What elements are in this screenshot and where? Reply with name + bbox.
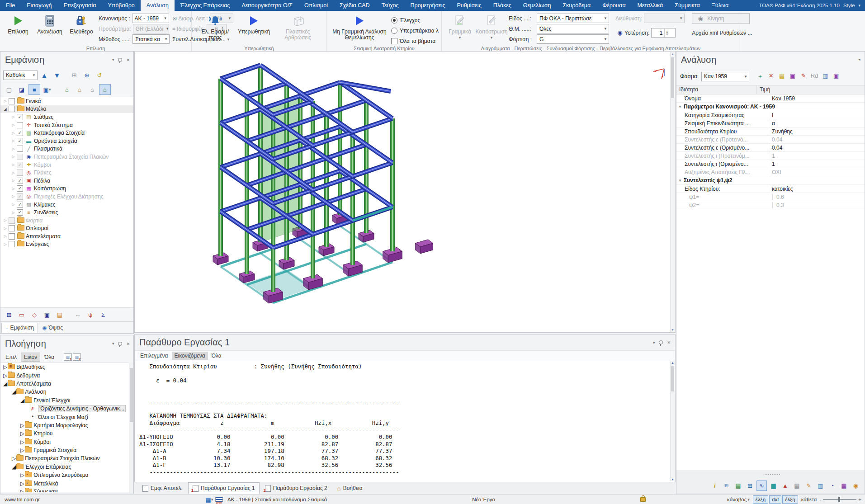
free-button[interactable]: Ελεύθερο bbox=[67, 12, 96, 44]
display-tree-item[interactable]: ▷Αποτελέσματα bbox=[0, 232, 133, 240]
display-tree-item[interactable]: ▷✓▬Οριζόντια Στοιχεία bbox=[0, 137, 133, 145]
expander-icon[interactable]: ▷ bbox=[2, 234, 8, 238]
property-row[interactable]: Συντελεστής ε (Προτεινό...0.04 bbox=[676, 136, 865, 144]
property-value[interactable]: 1 bbox=[768, 161, 779, 167]
navigation-tree-item[interactable]: F'Οριζόντιες Δυνάμεις - Ορθογωνικ... bbox=[0, 405, 133, 413]
expander-icon[interactable]: ▼ bbox=[678, 179, 682, 183]
expander-icon[interactable]: ▷ bbox=[3, 364, 7, 370]
display-tree-item[interactable]: ◢Μοντέλο bbox=[0, 105, 133, 113]
navigation-tree-item[interactable]: ▷Κόμβοι bbox=[0, 438, 133, 446]
console-tab-Επιλεγμένα[interactable]: Επιλεγμένα bbox=[137, 352, 171, 360]
item-checkbox[interactable] bbox=[9, 241, 15, 247]
edit-icon[interactable]: ✎ bbox=[799, 72, 808, 80]
lock-icon[interactable] bbox=[640, 497, 646, 502]
model-viewport[interactable]: ▲▼ bbox=[134, 51, 676, 333]
grid-table-icon[interactable]: ▦▾ bbox=[203, 495, 215, 504]
expander-icon[interactable]: ▷ bbox=[2, 218, 8, 222]
property-row[interactable]: Σπουδαιότητα ΚτιρίουΣυνήθης bbox=[676, 127, 865, 136]
menu-item-17[interactable]: Μεταλλικά bbox=[632, 0, 669, 11]
item-checkbox[interactable] bbox=[17, 154, 23, 160]
zoom-previous-icon[interactable]: ↺ bbox=[94, 70, 105, 80]
expander-icon[interactable]: ▷ bbox=[10, 171, 16, 175]
menu-item-6[interactable]: Έλεγχος Επάρκειας bbox=[175, 0, 236, 11]
item-checkbox[interactable]: ✓ bbox=[17, 114, 23, 120]
scope-combo[interactable]: Καθολικ▼ bbox=[3, 71, 38, 80]
pin-icon[interactable] bbox=[659, 340, 663, 344]
house-shaded-icon[interactable]: ⌂ bbox=[86, 84, 98, 95]
item-checkbox[interactable]: ✓ bbox=[17, 202, 23, 208]
display-tree-item[interactable]: ▷✓▦Κοιτόστρωση bbox=[0, 185, 133, 193]
level-down-icon[interactable]: ▼ bbox=[51, 70, 63, 80]
expander-icon[interactable]: ▷ bbox=[10, 123, 16, 127]
property-row[interactable]: Συντελεστής ε (Ορισμένο...0.04 bbox=[676, 144, 865, 152]
style-menu[interactable]: Style bbox=[843, 3, 855, 8]
solve-button[interactable]: Επίλυση bbox=[4, 12, 33, 44]
report-doc-icon[interactable]: ▤ bbox=[792, 480, 802, 491]
property-row[interactable]: ΌνομαΚαν.1959 bbox=[676, 94, 865, 103]
hidden-line-view-icon[interactable]: ◪ bbox=[16, 84, 28, 95]
house-back-icon[interactable]: ⌂ bbox=[74, 84, 85, 95]
work-window-2-icon[interactable]: ▤2 bbox=[73, 353, 81, 361]
expander-icon[interactable]: ◢ bbox=[12, 464, 16, 470]
property-row[interactable]: Συντελεστής i (Ορισμένο...1 bbox=[676, 160, 865, 168]
display-tree-item[interactable]: ▷✓✚Κόμβοι bbox=[0, 161, 133, 169]
expander-icon[interactable]: ▷ bbox=[10, 163, 16, 167]
panel-menu-icon[interactable]: ▾ bbox=[653, 340, 655, 345]
export-sheet-icon[interactable]: ▤ bbox=[733, 480, 743, 491]
applicability-check-button[interactable]: Ελ. Εφαρμ/τητας bbox=[195, 12, 235, 44]
display-tree-item[interactable]: ▷Ενέργειες bbox=[0, 240, 133, 249]
expander-icon[interactable]: ◢ bbox=[2, 107, 8, 111]
tab-Εμφάνιση[interactable]: ≡Εμφάνιση bbox=[1, 323, 38, 333]
menu-item-18[interactable]: Σύμμεικτα bbox=[669, 0, 706, 11]
expander-icon[interactable]: ▷ bbox=[10, 211, 16, 215]
copy-icon[interactable]: ▥ bbox=[821, 72, 830, 80]
expander-icon[interactable]: ▷ bbox=[3, 372, 7, 379]
property-row[interactable]: Αυξημένες Απαιτήσεις Πλ...ΟΧΙ bbox=[676, 168, 865, 176]
zoom-minus-button[interactable]: - bbox=[819, 497, 821, 502]
polygon-selection-icon[interactable]: ◇ bbox=[28, 309, 40, 320]
menu-item-19[interactable]: Ξύλινα bbox=[706, 0, 734, 11]
workspace-tab[interactable]: Εμφ. Αποτελ. bbox=[138, 482, 187, 494]
display-tree-item[interactable]: ▷╱Πλασματικά bbox=[0, 145, 133, 153]
psi-factors-icon[interactable]: ψ bbox=[85, 309, 96, 320]
check-radio[interactable]: Έλεγχος bbox=[391, 15, 439, 25]
expander-icon[interactable]: ▷ bbox=[2, 99, 8, 103]
expander-icon[interactable]: ◢ bbox=[12, 389, 16, 395]
insert-table-icon[interactable]: ⊞ bbox=[745, 480, 755, 491]
property-row[interactable]: Είδος Κτηρίου:κατοικίες bbox=[676, 185, 865, 193]
all-steps-checkbox[interactable]: Όλα τα βήματα bbox=[391, 36, 439, 46]
pin-icon[interactable] bbox=[118, 342, 122, 346]
expander-icon[interactable]: ▷ bbox=[10, 139, 16, 143]
solid-view-icon[interactable]: ■ bbox=[28, 84, 40, 95]
navigation-tree-item[interactable]: ▷Πεπερασμένα Στοιχεία Πλακών bbox=[0, 454, 133, 462]
display-tree-item[interactable]: ▷✓▥Κατακόρυφα Στοιχεία bbox=[0, 129, 133, 137]
section-flag-icon[interactable]: ▲ bbox=[780, 480, 790, 491]
console-tab-Εικονιζόμενα[interactable]: Εικονιζόμενα bbox=[172, 352, 208, 360]
workspace-tab[interactable]: ⌂Βοήθεια bbox=[333, 482, 367, 494]
expander-icon[interactable]: ▷ bbox=[12, 455, 16, 462]
property-group[interactable]: ▼Παράμετροι Κανονισμού: ΑΚ - 1959 bbox=[676, 103, 865, 111]
item-checkbox[interactable]: ✓ bbox=[17, 193, 23, 200]
display-tree-item[interactable]: ▷✓▤Στάθμες bbox=[0, 113, 133, 121]
hysteresis-spinner[interactable]: 1▲▼ bbox=[651, 28, 676, 38]
properties-icon[interactable]: ▤ bbox=[54, 309, 66, 320]
add-selection-icon[interactable]: ⊞ bbox=[3, 309, 15, 320]
response-chart-icon[interactable]: ∿ bbox=[756, 480, 767, 491]
grid-snap-label[interactable]: κάναβος bbox=[727, 497, 747, 502]
pick-selection-icon[interactable]: ▣ bbox=[41, 309, 53, 320]
menu-item-1[interactable]: File bbox=[0, 0, 21, 11]
display-tree-item[interactable]: ▷✓◎Περιοχές Ελέγχου Διάτρησης bbox=[0, 193, 133, 201]
zoom-plus-button[interactable]: + bbox=[858, 497, 861, 502]
navigation-tree-item[interactable]: ▷BΒιβλιοθήκες bbox=[0, 363, 133, 371]
expander-icon[interactable]: ▷ bbox=[10, 155, 16, 159]
expander-icon[interactable]: ▷ bbox=[20, 439, 24, 445]
menu-item-2[interactable]: Εισαγωγή bbox=[21, 0, 57, 11]
add-spectrum-icon[interactable]: ＋ bbox=[756, 72, 765, 80]
navigation-tree-item[interactable]: ◢Ανάλυση bbox=[0, 388, 133, 396]
navigation-tree-item[interactable]: *Όλοι οι Έλεγχοι Μαζί bbox=[0, 413, 133, 421]
item-checkbox[interactable] bbox=[17, 170, 23, 176]
snap-toggle-3[interactable]: έλξη bbox=[782, 495, 798, 504]
display-tree-item[interactable]: ▷✓▨Κλίμακες bbox=[0, 201, 133, 209]
pin-icon[interactable] bbox=[118, 58, 122, 62]
navigation-tree-item[interactable]: ▷Γραμμικά Στοιχεία bbox=[0, 446, 133, 454]
